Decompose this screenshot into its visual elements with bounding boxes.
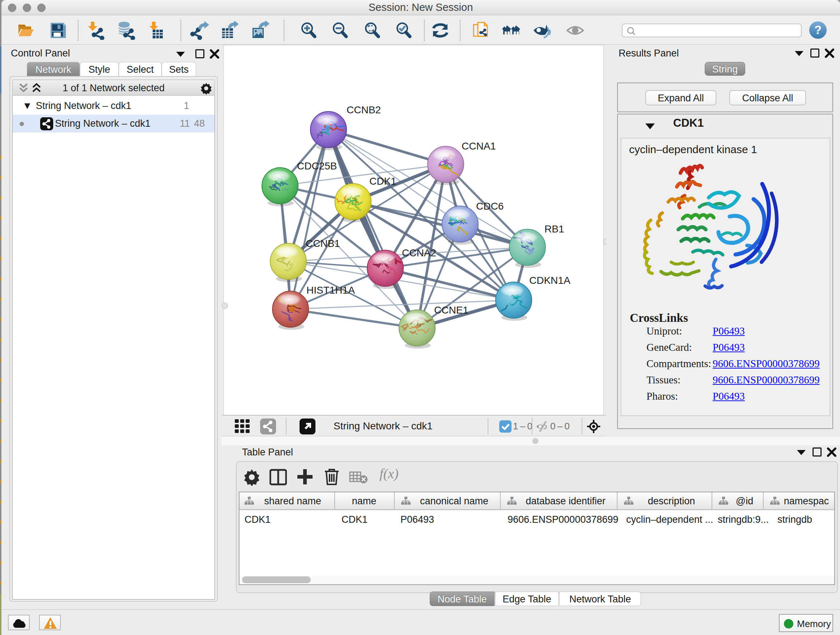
svg-text:CCNA1: CCNA1	[462, 141, 496, 152]
svg-text:?: ?	[814, 23, 821, 36]
svg-text:CDC6: CDC6	[476, 201, 504, 212]
svg-text:CDK1: CDK1	[369, 176, 396, 187]
svg-text:CCNB1: CCNB1	[306, 238, 340, 249]
svg-text:CDC25B: CDC25B	[297, 160, 337, 172]
svg-text:HIST1H1A: HIST1H1A	[306, 285, 355, 296]
svg-text:CCNB2: CCNB2	[347, 104, 381, 116]
svg-text:CDKN1A: CDKN1A	[529, 275, 570, 286]
svg-text:CCNE1: CCNE1	[434, 304, 469, 316]
svg-text:RB1: RB1	[545, 223, 564, 234]
svg-text:CCNA2: CCNA2	[402, 247, 436, 258]
